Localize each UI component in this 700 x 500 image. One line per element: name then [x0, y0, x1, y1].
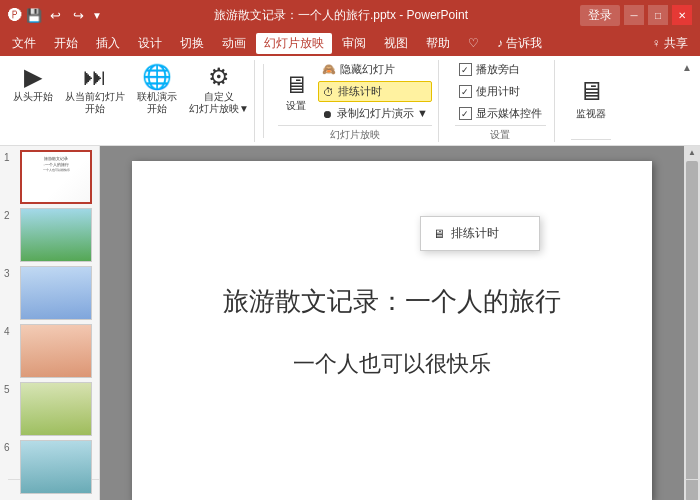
setup-icon: 🖥	[284, 71, 308, 99]
setup-label: 设置	[286, 99, 306, 113]
slide-thumb-4[interactable]: 4	[4, 324, 95, 378]
slide4-preview	[21, 325, 91, 377]
narration-label: 播放旁白	[476, 62, 520, 77]
timings-checkbox[interactable]	[459, 85, 472, 98]
window-title: 旅游散文记录：一个人的旅行.pptx - PowerPoint	[102, 7, 580, 24]
slide-num-4: 4	[4, 326, 16, 337]
rehearse-timing-btn[interactable]: ⏱ 排练计时	[318, 81, 432, 102]
slide-num-2: 2	[4, 210, 16, 221]
title-bar-right: 登录 ─ □ ✕	[580, 5, 692, 26]
custom-icon: ⚙	[208, 63, 230, 91]
current-slide-icon: ⏭	[83, 63, 107, 91]
menu-tellme[interactable]: ♪ 告诉我	[489, 33, 550, 54]
media-label: 显示媒体控件	[476, 106, 542, 121]
dropdown-item-1[interactable]: 🖥 排练计时	[421, 221, 539, 246]
slide-thumb-5[interactable]: 5	[4, 382, 95, 436]
slide-thumb-3[interactable]: 3	[4, 266, 95, 320]
hide-slide-btn[interactable]: 🙈 隐藏幻灯片	[318, 60, 432, 79]
slide6-preview	[21, 441, 91, 493]
menu-file[interactable]: 文件	[4, 33, 44, 54]
slide5-preview	[21, 383, 91, 435]
main-area: 1 旅游散文记录:一个人的旅行一个人也可以很快乐 2 3 4	[0, 146, 700, 500]
slide-thumb-1[interactable]: 1 旅游散文记录:一个人的旅行一个人也可以很快乐	[4, 150, 95, 204]
narration-checkbox[interactable]	[459, 63, 472, 76]
online-present-btn[interactable]: 🌐 联机演示开始	[132, 60, 182, 142]
collapse-arrow[interactable]: ▲	[682, 62, 692, 73]
slide-num-3: 3	[4, 268, 16, 279]
monitor-icon: 🖥	[578, 76, 604, 107]
menu-transition[interactable]: 切换	[172, 33, 212, 54]
start-from-current-btn[interactable]: ⏭ 从当前幻灯片开始	[60, 60, 130, 142]
scroll-up[interactable]: ▲	[686, 146, 698, 159]
media-checkbox[interactable]	[459, 107, 472, 120]
quick-access-more[interactable]: ▼	[92, 10, 102, 21]
title-bar-left: 🅟 💾 ↩ ↪ ▼	[8, 6, 102, 25]
ribbon-group-settings: 播放旁白 使用计时 显示媒体控件 设置	[447, 60, 555, 142]
slide-num-5: 5	[4, 384, 16, 395]
monitor-label: 监视器	[576, 107, 606, 121]
slide-canvas[interactable]: 旅游散文记录：一个人的旅行 一个人也可以很快乐	[132, 161, 652, 500]
menu-bar: 文件 开始 插入 设计 切换 动画 幻灯片放映 审阅 视图 帮助 ♡ ♪ 告诉我…	[0, 30, 700, 56]
right-scrollbar[interactable]: ▲ ▼	[684, 146, 700, 500]
slide-image-2[interactable]	[20, 208, 92, 262]
login-button[interactable]: 登录	[580, 5, 620, 26]
start-from-beginning-label: 从头开始	[13, 91, 53, 103]
slide-thumb-2[interactable]: 2	[4, 208, 95, 262]
group2-label: 幻灯片放映	[278, 125, 432, 142]
online-present-label: 联机演示开始	[137, 91, 177, 115]
menu-share[interactable]: ♀ 共享	[644, 33, 696, 54]
canvas-area: 旅游散文记录：一个人的旅行 一个人也可以很快乐 🖥 排练计时	[100, 146, 684, 500]
slide-main-subtitle: 一个人也可以很快乐	[293, 349, 491, 379]
item1-icon: 🖥	[433, 227, 445, 241]
slide-num-1: 1	[4, 152, 16, 163]
slide-main-title: 旅游散文记录：一个人的旅行	[223, 284, 561, 319]
timings-label: 使用计时	[476, 84, 520, 99]
online-icon: 🌐	[142, 63, 172, 91]
record-slideshow-btn[interactable]: ⏺ 录制幻灯片演示 ▼	[318, 104, 432, 123]
monitor-btn[interactable]: 🖥 监视器	[571, 73, 611, 124]
slide3-preview	[21, 267, 91, 319]
playback-narration-check[interactable]: 播放旁白	[455, 60, 546, 79]
use-timings-check[interactable]: 使用计时	[455, 82, 546, 101]
menu-slideshow[interactable]: 幻灯片放映	[256, 33, 332, 54]
redo-btn[interactable]: ↪	[69, 6, 88, 25]
custom-slideshow-btn[interactable]: ⚙ 自定义幻灯片放映▼	[184, 60, 254, 142]
menu-insert[interactable]: 插入	[88, 33, 128, 54]
undo-btn[interactable]: ↩	[46, 6, 65, 25]
minimize-button[interactable]: ─	[624, 5, 644, 25]
ribbon-group-setup: 🖥 设置 🙈 隐藏幻灯片 ⏱ 排练计时 ⏺ 录制幻灯片演示 ▼	[272, 60, 439, 142]
presentation-icon: ▶	[24, 63, 42, 91]
ribbon-group-start: ▶ 从头开始 ⏭ 从当前幻灯片开始 🌐 联机演示开始 ⚙ 自定义幻灯片放映▼ 开…	[8, 60, 255, 142]
slide-image-5[interactable]	[20, 382, 92, 436]
group3-label: 设置	[455, 125, 546, 142]
record-label: 录制幻灯片演示 ▼	[337, 106, 428, 121]
scroll-thumb[interactable]	[686, 161, 698, 500]
show-media-controls-check[interactable]: 显示媒体控件	[455, 104, 546, 123]
ribbon-content: ▶ 从头开始 ⏭ 从当前幻灯片开始 🌐 联机演示开始 ⚙ 自定义幻灯片放映▼ 开…	[8, 60, 692, 142]
settings-checkboxes: 播放旁白 使用计时 显示媒体控件	[455, 60, 546, 123]
slide-image-4[interactable]	[20, 324, 92, 378]
slide-image-1[interactable]: 旅游散文记录:一个人的旅行一个人也可以很快乐	[20, 150, 92, 204]
rehearse-icon: ⏱	[323, 86, 334, 98]
close-button[interactable]: ✕	[672, 5, 692, 25]
hide-slide-icon: 🙈	[322, 63, 336, 76]
menu-view[interactable]: 视图	[376, 33, 416, 54]
slide1-preview: 旅游散文记录:一个人的旅行一个人也可以很快乐	[22, 152, 90, 177]
setup-btn[interactable]: 🖥 设置	[278, 68, 314, 116]
menu-design[interactable]: 设计	[130, 33, 170, 54]
slide-image-3[interactable]	[20, 266, 92, 320]
menu-heart[interactable]: ♡	[460, 34, 487, 52]
rehearse-dropdown: 🖥 排练计时	[420, 216, 540, 251]
hide-slide-label: 隐藏幻灯片	[340, 62, 395, 77]
menu-help[interactable]: 帮助	[418, 33, 458, 54]
menu-start[interactable]: 开始	[46, 33, 86, 54]
menu-animation[interactable]: 动画	[214, 33, 254, 54]
start-from-beginning-btn[interactable]: ▶ 从头开始	[8, 60, 58, 142]
record-icon: ⏺	[322, 108, 333, 120]
slide-image-6[interactable]	[20, 440, 92, 494]
collapse-ribbon[interactable]: ▲	[682, 60, 692, 142]
group4-label	[571, 139, 611, 142]
quick-save[interactable]: 💾	[26, 8, 42, 23]
menu-review[interactable]: 审阅	[334, 33, 374, 54]
maximize-button[interactable]: □	[648, 5, 668, 25]
